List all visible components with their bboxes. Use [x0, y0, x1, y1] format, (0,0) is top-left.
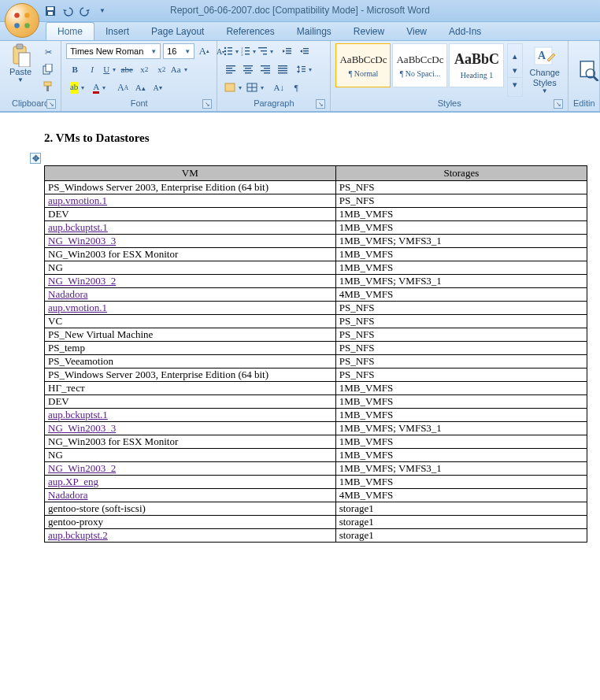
sort-button[interactable]: A↓ [270, 80, 287, 95]
subscript-button[interactable]: x2 [135, 61, 153, 77]
cell-vm[interactable]: Nadadora [45, 489, 336, 502]
table-row[interactable]: NG_Win2003_21MB_VMFS; VMFS3_1 [45, 462, 587, 476]
cell-vm[interactable]: PS_Veeamotion [45, 355, 336, 369]
cell-storage[interactable]: 1MB_VMFS [335, 395, 587, 409]
tab-home[interactable]: Home [46, 22, 94, 40]
cell-storage[interactable]: 1MB_VMFS [335, 449, 587, 462]
cell-vm[interactable]: PS_New Virtual Machine [45, 328, 336, 342]
borders-button[interactable]: ▾ [244, 80, 266, 95]
cell-storage[interactable]: PS_NFS [335, 181, 587, 194]
table-row[interactable]: aup.bckuptst.11MB_VMFS [45, 221, 587, 235]
tab-insert[interactable]: Insert [94, 23, 140, 40]
undo-icon[interactable] [61, 5, 74, 17]
table-row[interactable]: PS_New Virtual MachinePS_NFS [45, 328, 587, 342]
cell-storage[interactable]: 1MB_VMFS [335, 261, 587, 275]
cell-storage[interactable]: 1MB_VMFS [335, 409, 587, 422]
table-row[interactable]: PS_Windows Server 2003, Enterprise Editi… [45, 181, 587, 194]
decrease-indent-button[interactable] [278, 43, 295, 59]
multilevel-button[interactable]: ▾ [257, 43, 274, 59]
cell-vm[interactable]: NG_Win2003_2 [45, 462, 336, 476]
cell-storage[interactable]: PS_NFS [335, 328, 587, 342]
table-row[interactable]: NG_Win2003_21MB_VMFS; VMFS3_1 [45, 275, 587, 288]
cell-storage[interactable]: PS_NFS [335, 342, 587, 355]
font-name-combo[interactable]: Times New Roman▼ [66, 43, 161, 59]
table-row[interactable]: aup.XP_eng1MB_VMFS [45, 476, 587, 489]
table-row[interactable]: aup.bckuptst.2storage1 [45, 529, 587, 543]
cell-storage[interactable]: 1MB_VMFS; VMFS3_1 [335, 422, 587, 435]
cell-vm[interactable]: aup.vmotion.1 [45, 302, 336, 315]
table-row[interactable]: NG_Win2003_31MB_VMFS; VMFS3_1 [45, 422, 587, 435]
tab-view[interactable]: View [395, 23, 438, 40]
table-row[interactable]: gentoo-store (soft-iscsi)storage1 [45, 502, 587, 516]
cell-vm[interactable]: gentoo-store (soft-iscsi) [45, 502, 336, 516]
align-left-button[interactable] [222, 61, 239, 77]
cell-storage[interactable]: 1MB_VMFS; VMFS3_1 [335, 235, 587, 248]
table-row[interactable]: NG_Win2003_31MB_VMFS; VMFS3_1 [45, 235, 587, 248]
cell-vm[interactable]: NG_Win2003_3 [45, 235, 336, 248]
tab-review[interactable]: Review [343, 23, 395, 40]
numbering-button[interactable]: 123▾ [239, 43, 257, 59]
table-row[interactable]: NG1MB_VMFS [45, 261, 587, 275]
vm-datastore-table[interactable]: VMStorages PS_Windows Server 2003, Enter… [44, 165, 587, 543]
table-row[interactable]: VCPS_NFS [45, 315, 587, 328]
style-gallery[interactable]: AaBbCcDc¶ NormalAaBbCcDc¶ No Spaci...AaB… [335, 43, 504, 97]
font-size-combo[interactable]: 16▼ [163, 43, 194, 59]
table-row[interactable]: DEV1MB_VMFS [45, 395, 587, 409]
tab-mailings[interactable]: Mailings [286, 23, 343, 40]
clear-format-button[interactable]: AA [114, 80, 131, 95]
align-right-button[interactable] [257, 61, 274, 77]
table-row[interactable]: PS_tempPS_NFS [45, 342, 587, 355]
table-row[interactable]: НГ_тест1MB_VMFS [45, 382, 587, 395]
cell-storage[interactable]: PS_NFS [335, 369, 587, 382]
italic-button[interactable]: I [83, 61, 101, 77]
cell-storage[interactable]: 4MB_VMFS [335, 489, 587, 502]
show-marks-button[interactable]: ¶ [287, 80, 305, 95]
table-row[interactable]: PS_Windows Server 2003, Enterprise Editi… [45, 369, 587, 382]
cell-vm[interactable]: aup.bckuptst.2 [45, 529, 336, 543]
font-dialog-launcher[interactable]: ↘ [202, 99, 212, 109]
table-row[interactable]: PS_VeeamotionPS_NFS [45, 355, 587, 369]
cell-storage[interactable]: PS_NFS [335, 194, 587, 208]
cell-storage[interactable]: 1MB_VMFS [335, 208, 587, 221]
qat-dropdown-icon[interactable]: ▼ [96, 5, 109, 17]
justify-button[interactable] [274, 61, 291, 77]
change-case-button[interactable]: Aa▾ [170, 61, 187, 77]
document-area[interactable]: 2. VMs to Datastores ✥ VMStorages PS_Win… [0, 112, 600, 700]
table-row[interactable]: aup.vmotion.1PS_NFS [45, 302, 587, 315]
cell-vm[interactable]: NG_Win2003_2 [45, 275, 336, 288]
table-row[interactable]: gentoo-proxystorage1 [45, 516, 587, 529]
cell-vm[interactable]: aup.vmotion.1 [45, 194, 336, 208]
cell-vm[interactable]: DEV [45, 208, 336, 221]
cell-vm[interactable]: PS_temp [45, 342, 336, 355]
find-button[interactable] [573, 43, 600, 97]
bold-button[interactable]: B [66, 61, 83, 77]
cell-storage[interactable]: 1MB_VMFS [335, 221, 587, 235]
cut-icon[interactable]: ✂ [41, 45, 55, 59]
highlight-button[interactable]: ab▾ [66, 80, 88, 95]
shading-button[interactable]: ▾ [222, 80, 244, 95]
table-move-handle-icon[interactable]: ✥ [30, 153, 41, 164]
paste-button[interactable]: Paste ▼ [5, 43, 36, 83]
line-spacing-button[interactable]: ▾ [295, 61, 313, 77]
paragraph-dialog-launcher[interactable]: ↘ [316, 99, 325, 109]
table-row[interactable]: Nadadora4MB_VMFS [45, 489, 587, 502]
redo-icon[interactable] [79, 5, 91, 17]
strikethrough-button[interactable]: abe [118, 61, 135, 77]
cell-vm[interactable]: NG_Win2003 for ESX Monitor [45, 248, 336, 261]
cell-vm[interactable]: gentoo-proxy [45, 516, 336, 529]
cell-storage[interactable]: 1MB_VMFS [335, 435, 587, 449]
cell-storage[interactable]: 1MB_VMFS [335, 248, 587, 261]
shrink-font2-button[interactable]: A▾ [149, 80, 166, 95]
cell-vm[interactable]: Nadadora [45, 288, 336, 302]
cell-storage[interactable]: PS_NFS [335, 355, 587, 369]
cell-vm[interactable]: НГ_тест [45, 382, 336, 395]
save-icon[interactable] [44, 5, 57, 17]
clipboard-dialog-launcher[interactable]: ↘ [46, 99, 56, 109]
cell-vm[interactable]: aup.bckuptst.1 [45, 409, 336, 422]
style-item[interactable]: AaBbCcDc¶ No Spaci... [392, 43, 447, 87]
cell-storage[interactable]: storage1 [335, 529, 587, 543]
style-scroll-down-icon[interactable]: ▾ [508, 63, 522, 77]
copy-icon[interactable] [41, 62, 55, 76]
tab-page-layout[interactable]: Page Layout [140, 23, 215, 40]
table-row[interactable]: DEV1MB_VMFS [45, 208, 587, 221]
